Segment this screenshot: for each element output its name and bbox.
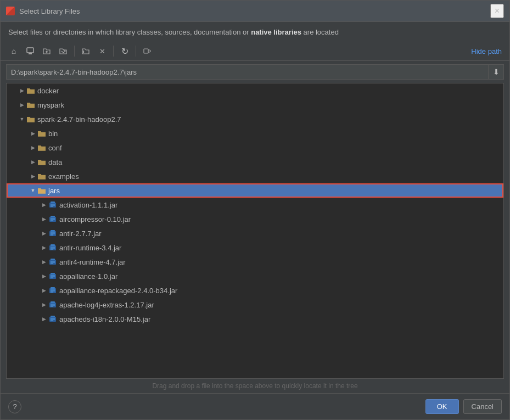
description-end: are located [301, 28, 339, 36]
path-download-button[interactable]: ⬇ [489, 64, 504, 80]
arrow-myspark: ▶ [18, 100, 26, 109]
jar-icon-apacheds-i18n [48, 315, 57, 323]
tree-item-jars[interactable]: ▼ jars [7, 183, 503, 198]
jar-icon-aopalliance [48, 272, 57, 281]
tree-item-activation[interactable]: ▶ activation-1.1.1.jar [7, 198, 503, 212]
label-bin: bin [48, 130, 58, 138]
label-antlr4-runtime: antlr4-runtime-4.7.jar [59, 258, 126, 266]
separator-2 [113, 46, 114, 57]
folder-icon-conf [37, 143, 46, 152]
ok-button[interactable]: OK [425, 399, 459, 414]
jar-icon-antlr-runtime [48, 243, 57, 252]
svg-rect-37 [51, 287, 55, 289]
file-tree[interactable]: ▶ docker ▶ myspark ▼ spark-2. [7, 83, 503, 378]
folder-icon-jars [37, 186, 46, 195]
tree-item-examples[interactable]: ▶ examples [7, 169, 503, 183]
tree-item-bin[interactable]: ▶ bin [7, 126, 503, 141]
folder-up-button[interactable] [55, 44, 71, 58]
arrow-bin: ▶ [29, 129, 37, 138]
label-aopalliance: aopalliance-1.0.jar [59, 272, 117, 281]
label-apacheds-i18n: apacheds-i18n-2.0.0-M15.jar [59, 315, 150, 323]
path-input[interactable] [6, 64, 489, 80]
arrow-conf: ▶ [29, 143, 37, 152]
tree-item-apache-log4j[interactable]: ▶ apache-log4j-extras-1.2.17.jar [7, 298, 503, 312]
svg-rect-7 [51, 201, 55, 203]
folder-icon-examples [37, 172, 46, 181]
label-activation: activation-1.1.1.jar [59, 201, 117, 209]
arrow-antlr-runtime: ▶ [40, 243, 48, 252]
label-jars: jars [48, 187, 60, 195]
select-library-files-dialog: Select Library Files × Select files or d… [0, 0, 510, 420]
app-icon [6, 7, 15, 15]
arrow-aopalliance: ▶ [40, 272, 48, 281]
new-folder-button[interactable] [39, 44, 54, 58]
arrow-apacheds-i18n: ▶ [40, 315, 48, 323]
label-docker: docker [37, 87, 59, 95]
desktop-button[interactable] [23, 44, 38, 58]
dialog-title: Select Library Files [19, 7, 490, 15]
drag-hint: Drag and drop a file into the space abov… [1, 379, 509, 393]
arrow-aopalliance-rep: ▶ [40, 286, 48, 295]
svg-rect-5 [144, 49, 148, 53]
label-myspark: myspark [37, 101, 64, 109]
jar-icon-antlr [48, 229, 57, 238]
svg-rect-32 [51, 273, 55, 275]
arrow-aircompressor: ▶ [40, 215, 48, 223]
folder-nav-button[interactable] [78, 44, 93, 58]
label-aopalliance-rep: aopalliance-repackaged-2.4.0-b34.jar [59, 287, 177, 295]
svg-rect-1 [29, 53, 32, 54]
tree-item-aopalliance[interactable]: ▶ aopalliance-1.0.jar [7, 269, 503, 283]
refresh-button[interactable]: ↻ [117, 44, 132, 58]
delete-button[interactable]: ✕ [94, 44, 110, 58]
svg-rect-12 [51, 216, 55, 217]
arrow-spark247: ▼ [18, 115, 26, 124]
bottom-bar: ? OK Cancel [1, 393, 509, 419]
jar-icon-activation [48, 200, 57, 209]
folder-link-button[interactable] [139, 44, 155, 58]
label-apache-log4j: apache-log4j-extras-1.2.17.jar [59, 301, 154, 309]
arrow-antlr: ▶ [40, 229, 48, 238]
svg-rect-22 [51, 244, 55, 246]
tree-item-aopalliance-rep[interactable]: ▶ aopalliance-repackaged-2.4.0-b34.jar [7, 283, 503, 298]
svg-rect-27 [51, 259, 55, 260]
home-button[interactable]: ⌂ [6, 44, 21, 58]
tree-item-aircompressor[interactable]: ▶ aircompressor-0.10.jar [7, 212, 503, 226]
title-bar: Select Library Files × [1, 1, 509, 22]
arrow-activation: ▶ [40, 200, 48, 209]
arrow-examples: ▶ [29, 172, 37, 181]
label-spark247: spark-2.4.7-bin-hadoop2.7 [37, 115, 121, 124]
tree-item-antlr[interactable]: ▶ antlr-2.7.7.jar [7, 226, 503, 240]
tree-item-myspark[interactable]: ▶ myspark [7, 98, 503, 112]
folder-icon-bin [37, 129, 46, 138]
svg-rect-17 [51, 230, 55, 232]
arrow-jars: ▼ [29, 186, 37, 195]
separator-1 [74, 46, 75, 57]
hide-path-button[interactable]: Hide path [469, 46, 504, 57]
help-button[interactable]: ? [8, 400, 21, 413]
label-aircompressor: aircompressor-0.10.jar [59, 215, 131, 223]
tree-item-apacheds-i18n[interactable]: ▶ apacheds-i18n-2.0.0-M15.jar [7, 312, 503, 326]
cancel-button[interactable]: Cancel [463, 399, 502, 414]
file-tree-container: ▶ docker ▶ myspark ▼ spark-2. [6, 83, 504, 379]
description-bold: native libraries [251, 28, 301, 36]
label-antlr: antlr-2.7.7.jar [59, 229, 102, 238]
arrow-antlr4-runtime: ▶ [40, 257, 48, 266]
close-button[interactable]: × [490, 4, 504, 18]
arrow-apache-log4j: ▶ [40, 300, 48, 309]
tree-item-antlr4-runtime[interactable]: ▶ antlr4-runtime-4.7.jar [7, 255, 503, 269]
jar-icon-aircompressor [48, 215, 57, 223]
tree-item-data[interactable]: ▶ data [7, 155, 503, 169]
jar-icon-apache-log4j [48, 300, 57, 309]
description-text: Select files or directories in which lib… [1, 22, 509, 42]
tree-item-docker[interactable]: ▶ docker [7, 83, 503, 98]
tree-item-spark247[interactable]: ▼ spark-2.4.7-bin-hadoop2.7 [7, 112, 503, 126]
svg-rect-47 [51, 316, 55, 317]
tree-item-conf[interactable]: ▶ conf [7, 141, 503, 155]
jar-icon-aopalliance-rep [48, 286, 57, 295]
jar-icon-antlr4-runtime [48, 257, 57, 266]
folder-icon-data [37, 158, 46, 166]
label-conf: conf [48, 144, 62, 152]
tree-item-antlr-runtime[interactable]: ▶ antlr-runtime-3.4.jar [7, 240, 503, 255]
path-bar: ⬇ [6, 64, 504, 80]
label-examples: examples [48, 172, 79, 181]
